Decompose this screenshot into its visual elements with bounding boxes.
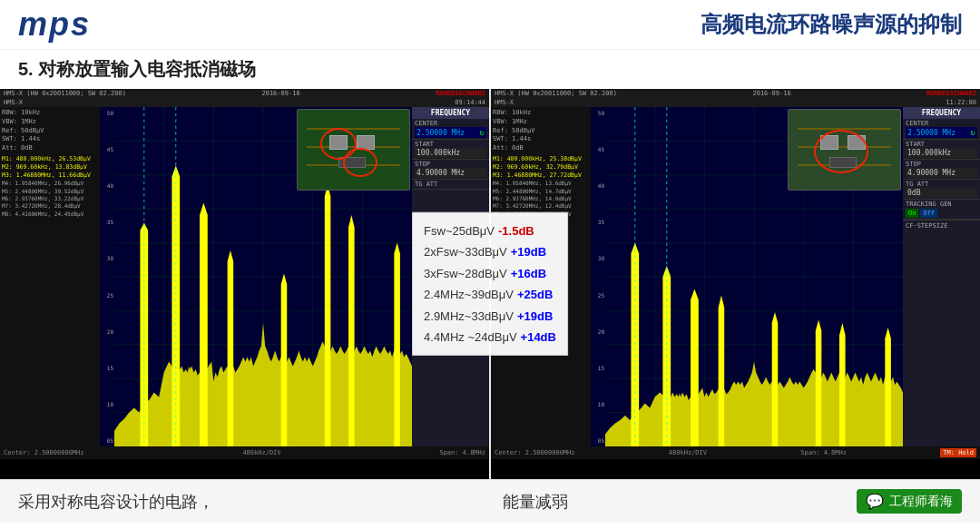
scope-right-vbw: VBW: 1MHz: [493, 118, 589, 127]
scope-left-date: 2016-09-16: [261, 90, 299, 97]
freq-tgatt-row-right: TG ATT 0dB: [903, 180, 980, 200]
scope-left-m3: M3: 1.46880MHz, 11.66dBμV: [2, 171, 98, 180]
freq-center-row-right: CENTER 2.50000 MHz↻: [903, 119, 980, 140]
scope-left-att: Att: 0dB: [2, 144, 98, 153]
scope-left-m8: M8: 4.41600MHz, 24.45dBμV: [2, 211, 98, 218]
scope-right-footer: Center: 2.50000000MHz 480kHz/DIV Span: 4…: [491, 446, 980, 459]
scope-right-att: Att: 0dB: [493, 144, 589, 153]
annot-line-1: Fsw~25dBμV -1.5dB: [424, 220, 556, 241]
scope-left-model: HMS-X: [4, 99, 23, 106]
scope-left-brand: ROHDE&SCHWARZ: [436, 90, 485, 97]
scope-right-swt: SWT: 1.44s: [493, 135, 589, 144]
svg-marker-19: [281, 274, 288, 446]
footer-right-text: 能量减弱: [503, 491, 568, 513]
scope-right-brand: ROHDE&SCHWARZ: [926, 90, 976, 97]
section-text: 对称放置输入电容抵消磁场: [38, 59, 256, 79]
annot-line-2: 2xFsw~33dBμV +19dB: [424, 241, 556, 262]
scope-right-ref: Ref: 50dBμV: [493, 127, 589, 136]
scope-right-hw: HMS-X (HW 0x20011000; SW 02.200): [495, 90, 617, 97]
svg-marker-44: [772, 312, 779, 446]
scope-left-hw: HMS-X (HW 0x20011000; SW 02.200): [4, 90, 126, 97]
scope-left-m1: M1: 480.000kHz, 26.53dBμV: [2, 155, 98, 163]
scope-right-time: 11:22:00: [946, 99, 976, 106]
scope-left-swt: SWT: 1.44s: [2, 135, 98, 144]
wechat-icon: 💬: [866, 493, 884, 510]
off-button[interactable]: Off: [920, 209, 937, 218]
freq-tgatt-row-left: TG ATT: [412, 180, 489, 190]
svg-marker-39: [605, 362, 903, 447]
footer-left-text: 采用对称电容设计的电路，: [18, 491, 214, 513]
scope-right-m7: M7: 3.42720MHz, 12.4dBμV: [493, 202, 589, 210]
annot-line-4: 2.4MHz~39dBμV +25dB: [424, 284, 556, 305]
cf-stepsize-row: CF·STEPSIZE: [903, 220, 980, 231]
scope-right-m3: M3: 1.46880MHz, 27.72dBμV: [493, 171, 589, 180]
svg-marker-46: [839, 323, 846, 446]
scope-left-m2: M2: 969.60kHz, 13.83dBμV: [2, 163, 98, 171]
scope-right-m6: M6: 2.93760MHz, 14.0dBμV: [493, 195, 589, 202]
scope-left-vbw: VBW: 1MHz: [2, 118, 98, 127]
svg-marker-47: [885, 328, 891, 446]
annot-line-3: 3xFsw~28dBμV +16dB: [424, 263, 556, 284]
annot-line-6: 4.4MHz ~24dBμV +14dB: [424, 327, 556, 348]
annot-line-5: 2.9MHz~33dBμV +19dB: [424, 305, 556, 326]
scope-left-ref: Ref: 50dBμV: [2, 127, 98, 136]
svg-marker-22: [394, 243, 400, 446]
scope-right-m5: M5: 2.44800MHz, 14.7dBμV: [493, 188, 589, 195]
scope-left-m6: M6: 2.93760MHz, 33.22dBμV: [2, 195, 98, 202]
scope-left-m5: M5: 2.44800MHz, 39.52dBμV: [2, 188, 98, 195]
svg-marker-14: [114, 323, 412, 446]
annotation-box: Fsw~25dBμV -1.5dB 2xFsw~33dBμV +19dB 3xF…: [412, 212, 568, 356]
scope-right-model: HMS-X: [495, 99, 514, 106]
logo: mps: [18, 5, 91, 44]
scope-right-date: 2016-09-16: [752, 90, 790, 97]
freq-start-row-left: START 100.000kHz: [412, 140, 489, 160]
freq-start-row-right: START 100.000kHz: [903, 140, 980, 160]
scope-left-rbw: RBW: 10kHz: [2, 109, 98, 118]
scope-right-m2: M2: 969.60kHz, 32.79dBμV: [493, 163, 589, 171]
wechat-badge: 💬 工程师看海: [857, 489, 962, 514]
freq-center-row-left: CENTER 2.50000 MHz↻: [412, 119, 489, 140]
on-button[interactable]: On: [906, 209, 918, 218]
svg-marker-43: [719, 295, 725, 446]
scope-right-freq-panel: FREQUENCY CENTER 2.50000 MHz↻ START 100.…: [903, 107, 980, 446]
section-title: 5. 对称放置输入电容抵消磁场: [0, 50, 980, 89]
freq-panel-title-left: FREQUENCY: [412, 107, 489, 119]
freq-stop-row-left: STOP 4.90000 MHz: [412, 160, 489, 180]
header-title: 高频电流环路噪声源的抑制: [701, 10, 962, 39]
section-number: 5.: [18, 59, 34, 79]
scope-left-footer: Center: 2.50000000MHz 480kHz/DIV Span: 4…: [0, 446, 489, 459]
scope-right-rbw: RBW: 10kHz: [493, 109, 589, 118]
svg-marker-18: [228, 250, 234, 446]
svg-marker-45: [816, 320, 822, 446]
freq-stop-row-right: STOP 4.90000 MHz: [903, 160, 980, 180]
svg-marker-21: [348, 215, 355, 446]
footer-bar: 采用对称电容设计的电路， 能量减弱 💬 工程师看海: [0, 479, 980, 523]
scope-left-m4: M4: 1.95840MHz, 26.96dBμV: [2, 180, 98, 187]
svg-marker-42: [691, 289, 699, 446]
scope-right-m1: M1: 480.000kHz, 25.38dBμV: [493, 155, 589, 163]
svg-marker-17: [200, 202, 208, 446]
svg-marker-20: [325, 184, 331, 446]
freq-panel-title-right: FREQUENCY: [903, 107, 980, 119]
header: mps 高频电流环路噪声源的抑制: [0, 0, 980, 50]
main-content: HMS-X (HW 0x20011000; SW 02.200) 2016-09…: [0, 89, 980, 479]
tm-hold-badge: TM: Hold: [940, 448, 976, 457]
scope-left-m7: M7: 3.42720MHz, 28.4dBμV: [2, 202, 98, 210]
wechat-label: 工程师看海: [889, 494, 953, 510]
logo-area: mps: [18, 5, 91, 44]
scope-right-m4: M4: 1.95840MHz, 13.6dBμV: [493, 180, 589, 187]
tracking-gen-row: TRACKING GEN On Off: [903, 200, 980, 220]
scope-left-time: 09:14:44: [455, 99, 485, 106]
